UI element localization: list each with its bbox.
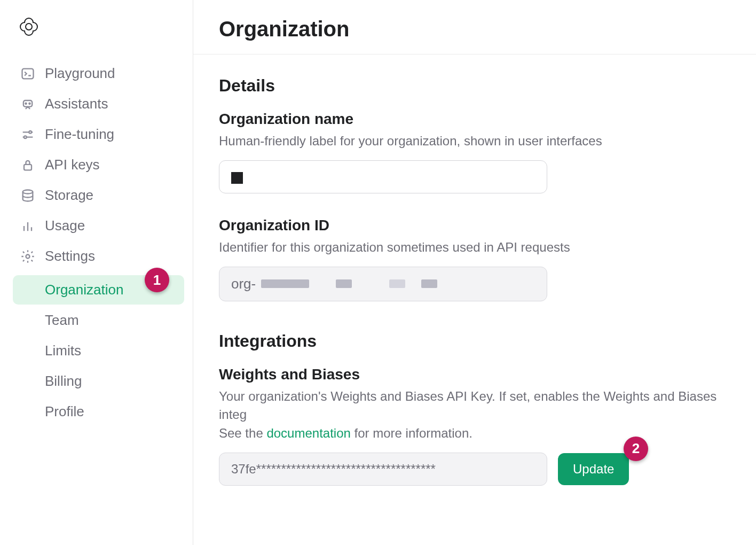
org-name-input[interactable]	[219, 160, 547, 193]
wandb-api-key-input[interactable]	[219, 453, 547, 486]
sidebar-nav: Playground Assistants Fine-tuning API ke…	[13, 59, 184, 426]
terminal-icon	[20, 66, 35, 81]
update-button[interactable]: Update	[558, 453, 629, 485]
org-id-prefix: org-	[231, 276, 256, 292]
annotation-badge-1: 1	[145, 268, 169, 292]
sliders-icon	[20, 127, 35, 142]
sidebar-item-playground[interactable]: Playground	[13, 59, 184, 88]
svg-point-9	[26, 254, 30, 258]
svg-rect-1	[22, 68, 34, 79]
sidebar-item-label: Settings	[45, 248, 95, 264]
field-wandb: Weights and Biases Your organization's W…	[219, 366, 730, 486]
wandb-input-row: Update 2	[219, 453, 730, 486]
subnav-item-team[interactable]: Team	[13, 306, 184, 335]
wandb-desc-line2-pre: See the	[219, 426, 266, 440]
subnav-item-profile[interactable]: Profile	[13, 397, 184, 426]
svg-point-3	[25, 103, 26, 104]
field-label: Organization name	[219, 111, 730, 128]
sidebar-item-assistants[interactable]: Assistants	[13, 89, 184, 119]
sidebar: Playground Assistants Fine-tuning API ke…	[0, 0, 193, 545]
sidebar-item-label: Fine-tuning	[45, 126, 114, 143]
content-area: Details Organization name Human-friendly…	[193, 54, 756, 531]
svg-point-4	[29, 103, 30, 104]
redacted-segment	[421, 279, 437, 288]
documentation-link[interactable]: documentation	[266, 426, 350, 440]
page-header: Organization	[193, 0, 756, 54]
field-label: Weights and Biases	[219, 366, 730, 383]
subnav-item-label: Limits	[45, 342, 81, 359]
redacted-segment	[389, 279, 405, 288]
settings-subnav: 1 Organization Team Limits Billing Profi…	[13, 275, 184, 426]
subnav-item-label: Team	[45, 312, 79, 329]
subnav-item-label: Billing	[45, 373, 82, 390]
sidebar-item-label: Playground	[45, 65, 115, 82]
redacted-value	[231, 172, 243, 184]
sidebar-item-fine-tuning[interactable]: Fine-tuning	[13, 120, 184, 149]
field-org-id: Organization ID Identifier for this orga…	[219, 217, 730, 301]
annotation-badge-2: 2	[624, 437, 648, 461]
logo	[13, 13, 184, 59]
field-label: Organization ID	[219, 217, 730, 234]
svg-point-8	[23, 190, 33, 193]
field-org-name: Organization name Human-friendly label f…	[219, 111, 730, 193]
field-description: Your organization's Weights and Biases A…	[219, 387, 730, 443]
sidebar-item-label: Usage	[45, 217, 85, 234]
subnav-item-label: Profile	[45, 403, 84, 420]
page-title: Organization	[219, 17, 730, 41]
lock-icon	[20, 158, 35, 173]
gear-icon	[20, 249, 35, 264]
bar-chart-icon	[20, 219, 35, 233]
sidebar-item-usage[interactable]: Usage	[13, 211, 184, 240]
sidebar-item-storage[interactable]: Storage	[13, 181, 184, 210]
svg-point-5	[29, 131, 32, 134]
subnav-item-limits[interactable]: Limits	[13, 336, 184, 365]
openai-logo-icon	[18, 16, 179, 37]
section-title-details: Details	[219, 76, 730, 96]
field-description: Human-friendly label for your organizati…	[219, 132, 730, 151]
redacted-segment	[261, 279, 309, 288]
database-icon	[20, 188, 35, 203]
sidebar-item-label: API keys	[45, 157, 100, 173]
section-title-integrations: Integrations	[219, 331, 730, 351]
svg-rect-7	[24, 164, 32, 170]
svg-point-0	[26, 24, 32, 30]
wandb-desc-line1: Your organization's Weights and Biases A…	[219, 389, 716, 422]
field-description: Identifier for this organization sometim…	[219, 238, 730, 257]
sidebar-item-label: Storage	[45, 187, 93, 204]
subnav-item-label: Organization	[45, 282, 123, 298]
main-content: Organization Details Organization name H…	[193, 0, 756, 545]
sidebar-item-api-keys[interactable]: API keys	[13, 150, 184, 180]
org-id-display[interactable]: org-	[219, 267, 547, 301]
svg-point-6	[24, 136, 27, 138]
subnav-item-billing[interactable]: Billing	[13, 367, 184, 396]
robot-icon	[20, 97, 35, 112]
sidebar-item-label: Assistants	[45, 96, 108, 112]
wandb-desc-line2-post: for more information.	[351, 426, 472, 440]
redacted-segment	[336, 279, 352, 288]
sidebar-item-settings[interactable]: Settings	[13, 242, 184, 271]
